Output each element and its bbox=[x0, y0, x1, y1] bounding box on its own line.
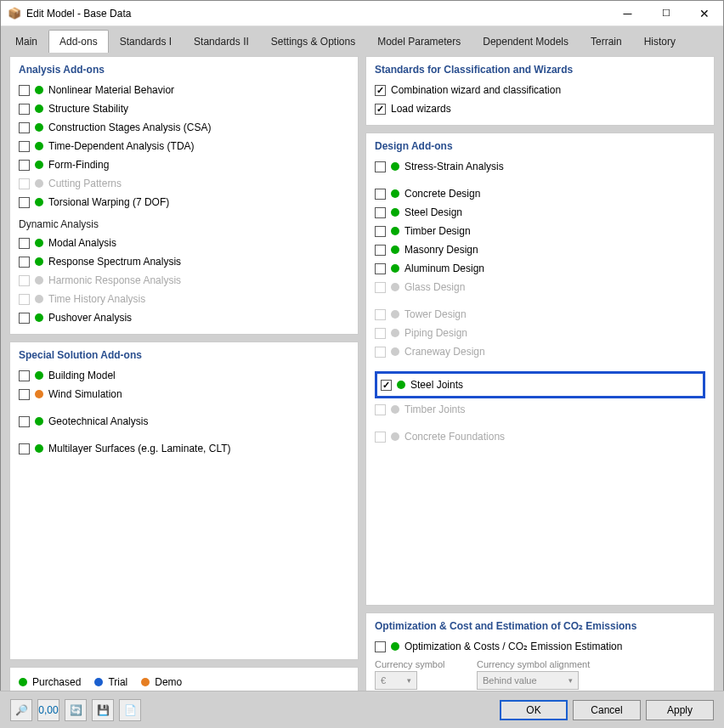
option-optimization-costs-co-emission-estimation[interactable]: Optimization & Costs / CO₂ Emission Esti… bbox=[375, 637, 705, 656]
tool-units[interactable]: 🔎 bbox=[10, 699, 32, 721]
status-dot bbox=[391, 264, 399, 273]
option-response-spectrum-analysis[interactable]: Response Spectrum Analysis bbox=[19, 252, 349, 271]
option-label: Geotechnical Analysis bbox=[48, 415, 148, 427]
option-torsional-warping-7-dof-[interactable]: Torsional Warping (7 DOF) bbox=[19, 193, 349, 212]
tab-main[interactable]: Main bbox=[4, 30, 48, 53]
checkbox[interactable] bbox=[375, 161, 386, 172]
checkbox[interactable] bbox=[19, 104, 30, 115]
tab-dependent-models[interactable]: Dependent Models bbox=[472, 30, 580, 53]
option-aluminum-design[interactable]: Aluminum Design bbox=[375, 259, 705, 278]
tool-decimal[interactable]: 0,00 bbox=[37, 699, 59, 721]
option-pushover-analysis[interactable]: Pushover Analysis bbox=[19, 308, 349, 327]
checkbox bbox=[375, 404, 386, 415]
panel-title: Standards for Classification and Wizards bbox=[375, 64, 705, 76]
option-stress-strain-analysis[interactable]: Stress-Strain Analysis bbox=[375, 157, 705, 176]
option-concrete-foundations: Concrete Foundations bbox=[375, 427, 705, 446]
legend-dot-purchased bbox=[19, 678, 27, 686]
tab-terrain[interactable]: Terrain bbox=[580, 30, 633, 53]
option-label: Wind Simulation bbox=[48, 388, 122, 400]
option-form-finding[interactable]: Form-Finding bbox=[19, 155, 349, 174]
status-dot bbox=[35, 142, 43, 150]
option-geotechnical-analysis[interactable]: Geotechnical Analysis bbox=[19, 412, 349, 431]
checkbox[interactable] bbox=[19, 313, 30, 324]
ok-button[interactable]: OK bbox=[500, 700, 568, 720]
checkbox[interactable] bbox=[19, 197, 30, 208]
option-label: Time-Dependent Analysis (TDA) bbox=[48, 140, 195, 152]
status-dot bbox=[391, 283, 399, 291]
option-concrete-design[interactable]: Concrete Design bbox=[375, 184, 705, 203]
minimize-button[interactable]: ─ bbox=[608, 1, 647, 26]
option-steel-design[interactable]: Steel Design bbox=[375, 203, 705, 222]
alignment-select[interactable]: Behind value▾ bbox=[477, 671, 579, 690]
status-dot bbox=[35, 371, 43, 380]
status-dot bbox=[35, 444, 43, 453]
option-label: Time History Analysis bbox=[48, 293, 145, 305]
option-time-dependent-analysis-tda-[interactable]: Time-Dependent Analysis (TDA) bbox=[19, 137, 349, 155]
tab-add-ons[interactable]: Add-ons bbox=[48, 30, 109, 53]
tab-history[interactable]: History bbox=[633, 30, 687, 53]
checkbox[interactable] bbox=[375, 226, 386, 237]
checkbox[interactable] bbox=[19, 443, 30, 454]
close-button[interactable]: ✕ bbox=[685, 1, 723, 26]
option-multilayer-surfaces-e-g-laminate-clt-[interactable]: Multilayer Surfaces (e.g. Laminate, CLT) bbox=[19, 439, 349, 458]
tab-standards-ii[interactable]: Standards II bbox=[183, 30, 260, 53]
option-label: Timber Design bbox=[404, 225, 471, 237]
cancel-button[interactable]: Cancel bbox=[573, 700, 641, 720]
checkbox bbox=[375, 309, 386, 320]
checkbox[interactable] bbox=[375, 263, 386, 274]
option-modal-analysis[interactable]: Modal Analysis bbox=[19, 234, 349, 252]
option-structure-stability[interactable]: Structure Stability bbox=[19, 99, 349, 118]
panel-title: Design Add-ons bbox=[375, 140, 705, 152]
checkbox[interactable] bbox=[375, 104, 386, 115]
option-steel-joints[interactable]: Steel Joints bbox=[381, 375, 699, 394]
status-dot bbox=[391, 642, 399, 651]
checkbox[interactable] bbox=[19, 238, 30, 249]
currency-select[interactable]: €▾ bbox=[375, 671, 417, 690]
checkbox[interactable] bbox=[375, 207, 386, 218]
checkbox[interactable] bbox=[19, 160, 30, 171]
checkbox bbox=[375, 432, 386, 443]
option-harmonic-response-analysis: Harmonic Response Analysis bbox=[19, 271, 349, 290]
checkbox[interactable] bbox=[19, 122, 30, 133]
checkbox[interactable] bbox=[19, 370, 30, 381]
option-timber-joints: Timber Joints bbox=[375, 400, 705, 419]
status-dot bbox=[391, 189, 399, 198]
tab-model-parameters[interactable]: Model Parameters bbox=[366, 30, 472, 53]
option-building-model[interactable]: Building Model bbox=[19, 366, 349, 385]
checkbox[interactable] bbox=[19, 141, 30, 152]
status-dot bbox=[391, 329, 399, 337]
status-dot bbox=[35, 179, 43, 188]
option-load-wizards[interactable]: Load wizards bbox=[375, 99, 705, 118]
checkbox[interactable] bbox=[19, 389, 30, 400]
option-label: Aluminum Design bbox=[404, 262, 484, 274]
tool-refresh[interactable]: 🔄 bbox=[65, 699, 87, 721]
checkbox[interactable] bbox=[19, 85, 30, 96]
checkbox[interactable] bbox=[375, 85, 386, 96]
option-wind-simulation[interactable]: Wind Simulation bbox=[19, 385, 349, 404]
option-label: Form-Finding bbox=[48, 159, 109, 171]
checkbox[interactable] bbox=[375, 189, 386, 200]
option-nonlinear-material-behavior[interactable]: Nonlinear Material Behavior bbox=[19, 81, 349, 99]
option-label: Concrete Foundations bbox=[404, 431, 505, 443]
checkbox bbox=[375, 328, 386, 339]
option-combination-wizard-and-classification[interactable]: Combination wizard and classification bbox=[375, 81, 705, 99]
tool-report[interactable]: 📄 bbox=[119, 699, 141, 721]
checkbox[interactable] bbox=[375, 245, 386, 256]
tool-save[interactable]: 💾 bbox=[92, 699, 114, 721]
option-masonry-design[interactable]: Masonry Design bbox=[375, 240, 705, 259]
option-construction-stages-analysis-csa-[interactable]: Construction Stages Analysis (CSA) bbox=[19, 118, 349, 137]
option-label: Craneway Design bbox=[404, 346, 485, 358]
maximize-button[interactable]: ☐ bbox=[647, 1, 685, 26]
checkbox[interactable] bbox=[375, 641, 386, 652]
checkbox[interactable] bbox=[381, 380, 392, 391]
checkbox bbox=[19, 275, 30, 286]
option-label: Harmonic Response Analysis bbox=[48, 274, 181, 286]
apply-button[interactable]: Apply bbox=[646, 700, 714, 720]
tab-settings-options[interactable]: Settings & Options bbox=[260, 30, 366, 53]
tab-standards-i[interactable]: Standards I bbox=[109, 30, 183, 53]
option-timber-design[interactable]: Timber Design bbox=[375, 222, 705, 240]
checkbox[interactable] bbox=[19, 257, 30, 268]
status-dot bbox=[391, 162, 399, 171]
checkbox[interactable] bbox=[19, 416, 30, 427]
status-dot bbox=[35, 295, 43, 303]
